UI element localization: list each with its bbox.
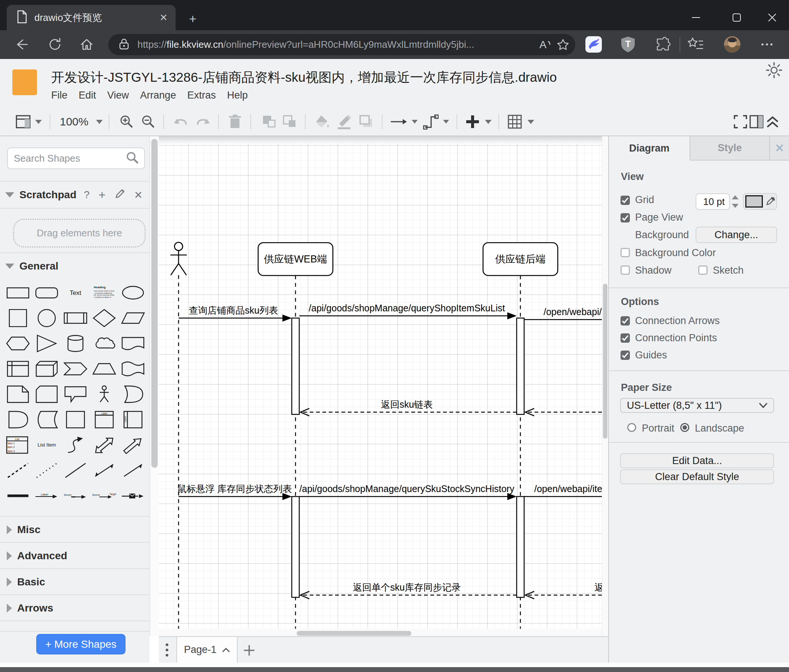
page-tab[interactable]: Page-1 <box>176 637 238 662</box>
grid-size-input[interactable]: 10 pt <box>696 193 730 210</box>
shape-horizontal-container[interactable]: Label <box>120 407 147 432</box>
shape-data-storage[interactable] <box>33 407 60 432</box>
message-1[interactable]: 查询店铺商品sku列表 <box>179 305 292 322</box>
read-aloud-icon[interactable]: A <box>537 36 554 53</box>
grid-color-swatch[interactable] <box>745 195 763 207</box>
shape-ellipse[interactable] <box>120 280 147 306</box>
extensions-puzzle-icon[interactable] <box>654 36 671 53</box>
shape-note[interactable] <box>5 382 31 407</box>
shape-dashed-line[interactable] <box>5 458 31 483</box>
favorite-star-icon[interactable] <box>554 36 572 53</box>
shape-rounded-rectangle[interactable] <box>33 280 60 306</box>
menu-help[interactable]: Help <box>227 89 248 101</box>
format-panel-toggle-icon[interactable] <box>749 112 763 131</box>
shape-process[interactable] <box>62 306 89 331</box>
insert-dropdown[interactable] <box>465 112 492 131</box>
change-background-button[interactable]: Change... <box>696 227 777 243</box>
tab-style[interactable]: Style <box>690 136 769 161</box>
pages-menu-icon[interactable] <box>164 642 170 660</box>
canvas-vscrollbar[interactable] <box>602 136 608 636</box>
shape-cloud[interactable] <box>91 331 118 356</box>
tab-close-icon[interactable]: ✕ <box>156 10 171 25</box>
shadow-checkbox[interactable] <box>621 266 630 275</box>
search-shapes-input[interactable]: Search Shapes <box>7 148 145 169</box>
shape-callout[interactable] <box>62 382 89 407</box>
shape-step[interactable] <box>62 356 89 382</box>
diagram-canvas[interactable]: 供应链WEB端 供应链后端 查询店铺商品sku列表 /api/goods/sho… <box>159 136 602 636</box>
lifeline-box-backend-label[interactable]: 供应链后端 <box>495 253 546 265</box>
sketch-checkbox[interactable] <box>698 266 708 275</box>
address-bar[interactable]: https://file.kkview.cn/onlinePreview?url… <box>109 34 575 55</box>
sidebar-scrollbar[interactable] <box>149 136 159 636</box>
menu-arrange[interactable]: Arrange <box>140 89 176 101</box>
redo-icon[interactable] <box>196 112 212 131</box>
edit-data-button[interactable]: Edit Data... <box>620 453 774 468</box>
shape-square[interactable] <box>5 306 31 331</box>
connection-arrows-checkbox[interactable] <box>621 316 630 326</box>
shape-arrow-source-label[interactable]: Source <box>62 483 89 508</box>
stepper-up-icon[interactable] <box>732 195 739 199</box>
back-icon[interactable] <box>13 36 30 53</box>
connection-points-checkbox[interactable] <box>621 333 630 343</box>
scratchpad-drop-area[interactable]: Drag elements here <box>13 219 146 247</box>
menu-extras[interactable]: Extras <box>187 89 216 101</box>
zoom-out-icon[interactable] <box>141 112 156 131</box>
shape-bidirectional-connector[interactable] <box>91 458 118 483</box>
return-2[interactable]: 返回单个sku库存同步记录 <box>300 582 517 599</box>
page-view-dropdown[interactable] <box>16 112 42 131</box>
return-1[interactable]: 返回sku链表 <box>300 399 517 416</box>
section-misc[interactable]: Misc <box>0 517 149 543</box>
refresh-icon[interactable] <box>46 36 64 53</box>
search-icon[interactable] <box>126 151 139 166</box>
activation-web-1[interactable] <box>292 318 299 414</box>
waypoint-style-dropdown[interactable] <box>423 112 449 131</box>
fill-color-icon[interactable] <box>314 112 330 131</box>
grid-checkbox[interactable] <box>621 196 630 205</box>
connection-style-dropdown[interactable] <box>390 112 418 131</box>
return-1-external[interactable] <box>525 408 602 416</box>
canvas-vscrollbar-thumb[interactable] <box>603 284 607 439</box>
to-front-icon[interactable] <box>262 112 277 131</box>
shape-tape[interactable] <box>120 356 147 382</box>
guides-checkbox[interactable] <box>621 350 630 360</box>
delete-icon[interactable] <box>228 112 242 131</box>
scratchpad-edit-icon[interactable] <box>115 188 125 202</box>
message-4[interactable]: 鼠标悬浮 库存同步状态列表 <box>177 484 292 500</box>
shape-curve[interactable] <box>62 432 89 458</box>
section-advanced[interactable]: Advanced <box>0 543 149 569</box>
paper-size-select[interactable]: US-Letter (8,5" x 11") <box>620 398 774 413</box>
home-icon[interactable] <box>78 36 95 53</box>
profile-avatar[interactable] <box>724 36 741 53</box>
table-dropdown[interactable] <box>507 112 534 131</box>
window-close-button[interactable] <box>763 8 781 27</box>
to-back-icon[interactable] <box>282 112 298 131</box>
panel-close-icon[interactable]: ✕ <box>769 136 789 161</box>
section-arrows[interactable]: Arrows <box>0 595 149 621</box>
section-general[interactable]: General <box>0 253 149 279</box>
return-2-external[interactable]: 返回 <box>525 582 602 599</box>
menu-view[interactable]: View <box>107 89 129 101</box>
message-5[interactable]: /api/goods/shopManage/querySkuStockSyncH… <box>299 484 517 500</box>
message-2[interactable]: /api/goods/shopManage/queryShopItemSkuLi… <box>299 303 517 320</box>
shape-circle[interactable] <box>33 306 60 331</box>
shape-arrow-outline[interactable] <box>120 432 147 458</box>
shape-vertical-container[interactable]: Label <box>91 407 118 432</box>
activation-backend-1[interactable] <box>517 318 524 414</box>
window-maximize-button[interactable] <box>727 8 746 27</box>
shape-container[interactable] <box>62 407 89 432</box>
theme-sun-icon[interactable] <box>765 61 783 79</box>
shape-heading[interactable]: HeadingLorem ipsum dolor sit amet, conse… <box>91 280 118 306</box>
window-minimize-button[interactable] <box>687 8 705 27</box>
shape-bidirectional-arrow[interactable] <box>91 432 118 458</box>
shape-list-item[interactable]: List Item <box>33 432 60 458</box>
shape-dotted-line[interactable] <box>33 458 60 483</box>
page-view-checkbox[interactable] <box>621 213 630 223</box>
actor-figure[interactable] <box>170 242 187 275</box>
extension-shield-icon[interactable]: T <box>620 36 637 53</box>
shape-text[interactable]: Text <box>62 280 89 306</box>
message-6[interactable]: /open/webapi/iten <box>524 484 602 497</box>
shape-document[interactable] <box>120 331 147 356</box>
sidebar-scrollbar-thumb[interactable] <box>151 139 158 468</box>
message-3[interactable]: /open/webapi/ <box>524 306 602 320</box>
shape-arrow-mail[interactable] <box>120 483 147 508</box>
